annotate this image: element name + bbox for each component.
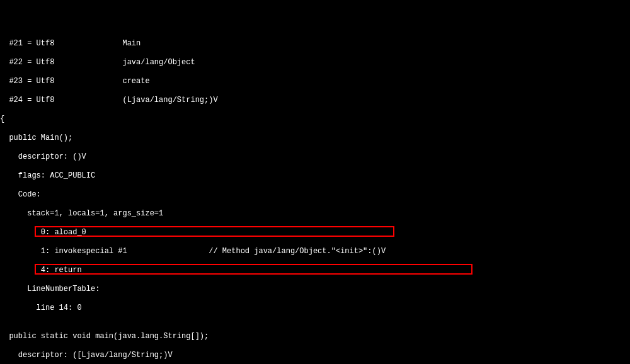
- ctor-lnt-14: line 14: 0: [0, 304, 630, 313]
- brace-open: {: [0, 115, 630, 124]
- ctor-signature: public Main();: [0, 134, 630, 143]
- constant-pool-entry: #21 = Utf8 Main: [0, 39, 630, 48]
- constant-pool-entry: #23 = Utf8 create: [0, 77, 630, 86]
- ctor-instr-0: 0: aload_0: [0, 228, 630, 237]
- ctor-descriptor: descriptor: ()V: [0, 152, 630, 162]
- ctor-instr-4: 4: return: [0, 266, 630, 275]
- ctor-stack: stack=1, locals=1, args_size=1: [0, 209, 630, 219]
- main-descriptor: descriptor: ([Ljava/lang/String;)V: [0, 351, 630, 360]
- ctor-flags: flags: ACC_PUBLIC: [0, 171, 630, 181]
- ctor-instr-1: 1: invokespecial #1 // Method java/lang/…: [0, 247, 630, 256]
- main-signature: public static void main(java.lang.String…: [0, 332, 630, 341]
- constant-pool-entry: #22 = Utf8 java/lang/Object: [0, 58, 630, 67]
- ctor-code-label: Code:: [0, 190, 630, 200]
- constant-pool-entry: #24 = Utf8 (Ljava/lang/String;)V: [0, 96, 630, 105]
- ctor-lnt-label: LineNumberTable:: [0, 285, 630, 294]
